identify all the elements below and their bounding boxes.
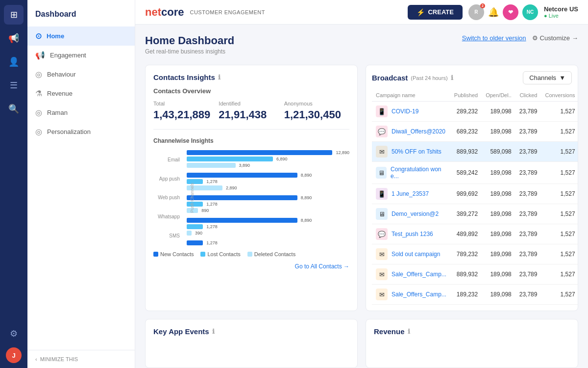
broadcast-info-icon[interactable]: ℹ [451, 74, 453, 81]
sidebar-item-engagement[interactable]: 📢 Engagement [27, 46, 135, 65]
customize-button[interactable]: ⚙ Customize → [532, 34, 578, 42]
table-row: 🖥 Congratulation won e... 589,242 189,09… [372, 162, 578, 184]
avatar-nc[interactable]: NC [522, 4, 538, 20]
chevron-left-icon: ‹ [35, 356, 37, 362]
switch-version-link[interactable]: Switch to older version [462, 34, 526, 42]
legend-new: New Contacts [153, 251, 194, 257]
legend-deleted: Deleted Contacts [247, 251, 295, 257]
cell-clicked: 23,789 [515, 244, 541, 264]
campaign-name[interactable]: Sold out campaign [392, 251, 440, 258]
stat-identified: Identified 21,91,438 [219, 101, 284, 121]
sidebar-item-raman[interactable]: ◎ Raman [27, 103, 135, 122]
user-name: Netcore US [544, 5, 578, 13]
avatar-heart[interactable]: ❤ [503, 4, 518, 20]
rail-users[interactable]: 👤 [4, 52, 24, 72]
cell-open: 189,098 [482, 264, 515, 285]
create-label: CREATE [428, 8, 453, 16]
sidebar-item-personalization[interactable]: ◎ Personalization [27, 122, 135, 141]
avatar-user1[interactable]: R 2 [468, 4, 484, 20]
cell-conversions: 1,527 [541, 285, 578, 305]
cell-conversions: 1,527 [541, 264, 578, 285]
page-title: Home Dashboard [145, 34, 234, 47]
bar-whatsapp-dark-label: 8,890 [301, 218, 312, 223]
revenue-icon: ⚗ [35, 89, 42, 98]
rail-search[interactable]: 🔍 [4, 99, 24, 119]
campaign-name[interactable]: 1 June_23537 [392, 190, 429, 197]
legend-new-dot [153, 252, 158, 257]
cell-conversions: 1,527 [541, 122, 578, 142]
campaign-name[interactable]: Demo_version@2 [392, 210, 439, 217]
sidebar-nav: ⊙ Home 📢 Engagement ◎ Behaviour ⚗ Revenu… [27, 25, 135, 350]
bar-whatsapp-dark [187, 218, 297, 223]
create-button[interactable]: ⚡ CREATE [408, 5, 462, 20]
bar-whatsapp-2: 1,278 [187, 224, 349, 229]
cell-open: 189,098 [482, 122, 515, 142]
page-header-actions: Switch to older version ⚙ Customize → [462, 34, 578, 42]
cell-clicked: 23,789 [515, 264, 541, 285]
sidebar-item-behaviour[interactable]: ◎ Behaviour [27, 65, 135, 84]
y-label-apppush: App push [153, 176, 180, 182]
channels-filter[interactable]: Channels ▼ [523, 71, 572, 84]
bar-apppush-3: 2,890 [187, 185, 349, 190]
campaign-name[interactable]: COVID-19 [392, 108, 418, 115]
stat-identified-value: 21,91,438 [219, 108, 284, 121]
y-label-email: Email [153, 157, 180, 162]
campaign-name[interactable]: Sale_Offers_Camp... [392, 291, 446, 298]
contacts-info-icon[interactable]: ℹ [218, 74, 220, 81]
notification-button[interactable]: 🔔 [488, 7, 499, 18]
rail-list[interactable]: ☰ [4, 76, 24, 95]
cell-clicked: 23,789 [515, 102, 541, 122]
rail-user-avatar[interactable]: J [6, 347, 22, 363]
go-to-contacts-link[interactable]: Go to All Contacts → [295, 263, 349, 270]
sidebar-item-revenue[interactable]: ⚗ Revenue [27, 84, 135, 103]
key-app-events-info-icon[interactable]: ℹ [212, 328, 215, 335]
table-row: 📱 1 June_23537 989,692 189,098 23,789 1,… [372, 184, 578, 204]
bar-email-light-label: 3,890 [239, 163, 250, 168]
sidebar-label-home: Home [47, 32, 64, 40]
stat-total-value: 1,43,21,889 [153, 108, 219, 121]
campaign-name[interactable]: Diwali_Offers@2020 [392, 128, 445, 135]
campaign-name[interactable]: Congratulation won e... [391, 166, 446, 180]
broadcast-title: Broadcast (Past 24 hours) ℹ [372, 74, 453, 82]
app-header: netcore CUSTOMER ENGAGEMENT ⚡ CREATE R 2… [135, 0, 588, 25]
table-row: ✉ Sold out campaign 789,232 189,098 23,7… [372, 244, 578, 264]
bar-group-sms: 1,278 [187, 240, 349, 245]
bar-whatsapp-3: 390 [187, 231, 349, 236]
cell-clicked: 23,789 [515, 204, 541, 224]
campaign-name[interactable]: Test_push 1236 [392, 231, 433, 237]
key-app-events-title: Key App Events ℹ [153, 327, 215, 336]
rail-megaphone[interactable]: 📢 [4, 28, 24, 48]
cell-conversions: 1,527 [541, 244, 578, 264]
revenue-info-icon[interactable]: ℹ [408, 328, 410, 335]
stat-total: Total 1,43,21,889 [153, 101, 219, 121]
user-status: Live [544, 13, 578, 19]
cell-published: 189,232 [450, 285, 482, 305]
main-content: netcore CUSTOMER ENGAGEMENT ⚡ CREATE R 2… [135, 0, 588, 368]
minimize-button[interactable]: ‹ MINIMIZE THIS [27, 350, 135, 368]
y-label-webpush: Web push [153, 195, 180, 200]
rail-dashboard[interactable]: ⊞ [4, 5, 24, 25]
campaign-icon: ✉ [376, 268, 388, 280]
user-info: Netcore US Live [544, 5, 578, 19]
campaign-name[interactable]: 50% OFF on Tshits [392, 148, 441, 155]
table-row: ✉ 50% OFF on Tshits 889,932 589,098 23,7… [372, 142, 578, 162]
broadcast-header: Broadcast (Past 24 hours) ℹ Channels ▼ [372, 71, 572, 84]
table-row: ✉ Sale_Offers_Camp... 889,932 189,098 23… [372, 264, 578, 285]
cell-open: 189,098 [482, 102, 515, 122]
campaign-icon: ✉ [376, 289, 388, 300]
bar-whatsapp-mid-label: 1,278 [206, 224, 218, 229]
y-label-whatsapp: Whatsapp [153, 214, 180, 219]
cell-open: 189,098 [482, 184, 515, 204]
legend-lost-label: Lost Contacts [207, 251, 240, 257]
bar-whatsapp-light-label: 390 [195, 231, 202, 236]
rail-settings[interactable]: ⚙ [4, 324, 24, 343]
contacts-insights-header: Contacts Insights ℹ [153, 73, 349, 81]
page-subtitle: Get real-time business insights [145, 48, 234, 55]
sidebar-item-home[interactable]: ⊙ Home [27, 26, 135, 46]
bar-group-webpush: 8,890 1,278 890 [187, 195, 349, 213]
table-row: 🖥 Demo_version@2 389,272 189,098 23,789 … [372, 204, 578, 224]
th-published: Published [450, 89, 482, 102]
campaign-name[interactable]: Sale_Offers_Camp... [392, 271, 446, 278]
bar-email-2: 6,890 [187, 157, 349, 161]
broadcast-table-header: Campaign name Published Open/Del.. Click… [372, 89, 578, 102]
